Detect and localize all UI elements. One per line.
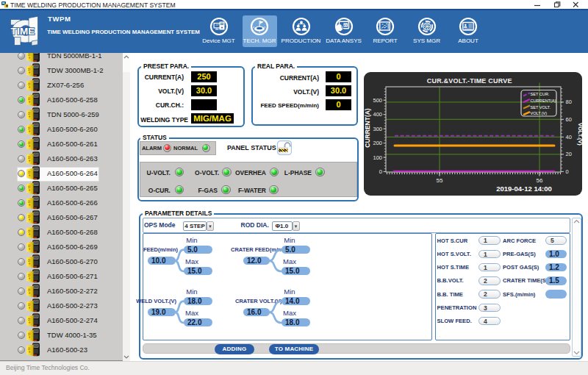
svg-text:80: 80 [566, 99, 572, 105]
svg-text:CUR.&VOLT.-TIME CURVE: CUR.&VOLT.-TIME CURVE [427, 77, 512, 85]
svg-text:0: 0 [566, 168, 569, 175]
svg-text:100: 100 [373, 154, 382, 161]
svg-text:VOLT.(V): VOLT.(V) [577, 123, 582, 146]
svg-text:VOLT.(V): VOLT.(V) [531, 111, 548, 115]
svg-text:60: 60 [566, 116, 572, 123]
svg-text:2019-04-12 14:00: 2019-04-12 14:00 [496, 185, 552, 193]
svg-text:400: 400 [373, 111, 382, 118]
svg-text:300: 300 [373, 126, 382, 132]
svg-text:0: 0 [379, 168, 382, 175]
svg-text:CURRENT(A): CURRENT(A) [531, 99, 556, 103]
svg-text:TIME: TIME [11, 26, 35, 37]
svg-text:20: 20 [566, 151, 572, 157]
svg-text:SET CUR.: SET CUR. [531, 92, 550, 96]
svg-text:SET VOLT.: SET VOLT. [531, 105, 551, 110]
svg-text:CURRENT(A): CURRENT(A) [364, 108, 371, 148]
svg-text:55: 55 [437, 177, 443, 184]
svg-text:200: 200 [373, 140, 382, 146]
svg-text:500: 500 [373, 97, 382, 104]
svg-text:56: 56 [537, 177, 543, 184]
svg-text:40: 40 [566, 134, 572, 140]
